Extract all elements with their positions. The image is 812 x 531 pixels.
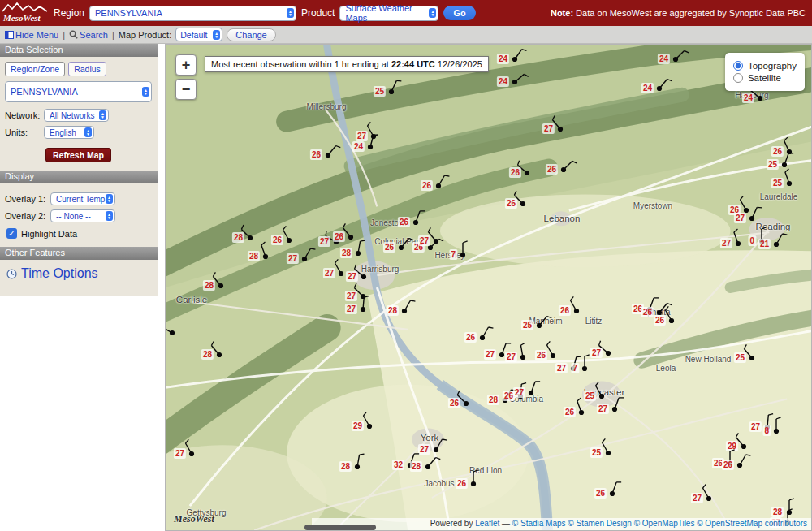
station-temp-label: 28 xyxy=(410,461,422,472)
stamen-link[interactable]: © Stamen Design xyxy=(568,519,632,528)
hide-menu-link[interactable]: Hide Menu xyxy=(5,30,58,40)
station-temp-label: 28 xyxy=(248,251,260,261)
osm-link[interactable]: © OpenStreetMap contributors xyxy=(697,519,807,528)
station-temp-label: 28 xyxy=(201,349,214,360)
chevron-updown-icon: ▲▼ xyxy=(84,127,92,137)
station-temp-label: 26 xyxy=(464,332,477,343)
top-header: MesoWest Region PENNSYLVANIA ▲▼ Product … xyxy=(0,0,812,26)
topography-label: Topography xyxy=(748,61,797,71)
change-button[interactable]: Change xyxy=(227,28,276,41)
station-temp-label: 26 xyxy=(559,305,571,316)
station-temp-label: 26 xyxy=(505,198,517,209)
station-temp-label: 25 xyxy=(771,178,784,188)
note-text: Data on MesoWest are aggregated by Synop… xyxy=(573,8,806,18)
network-select[interactable]: All Networks ▲▼ xyxy=(44,109,109,122)
layer-option-satellite[interactable]: Satellite xyxy=(733,73,797,83)
station-temp-label: 27 xyxy=(720,238,732,248)
left-sidebar: Data Selection Region/Zone Radius PENNSY… xyxy=(0,44,158,531)
chevron-updown-icon: ▲▼ xyxy=(213,30,220,40)
station-temp-label: 24 xyxy=(742,93,754,103)
search-link[interactable]: Search xyxy=(69,30,108,40)
station-temp-label: 26 xyxy=(310,149,322,160)
overlay2-label: Overlay 2: xyxy=(5,211,50,221)
station-temp-label: 28 xyxy=(487,395,499,405)
units-select[interactable]: English ▲▼ xyxy=(44,126,94,139)
station-temp-label: 24 xyxy=(641,83,654,93)
zoom-out-button[interactable]: − xyxy=(175,79,197,100)
station-temp-label: 21 xyxy=(758,239,771,249)
station-temp-label: 27 xyxy=(174,448,186,459)
menu-toolbar: Hide Menu | Search | Map Product: Defaul… xyxy=(0,26,812,44)
station-temp-label: 27 xyxy=(418,235,430,246)
mesowest-logo-icon: MesoWest xyxy=(2,2,49,24)
station-temp-label: 8 xyxy=(762,425,771,436)
header-note: Note: Data on MesoWest are aggregated by… xyxy=(551,8,806,18)
mesowest-logo[interactable]: MesoWest xyxy=(2,2,49,24)
zoom-in-button[interactable]: + xyxy=(175,54,197,76)
attr-dash: — xyxy=(499,519,512,528)
station-temp-label: 28 xyxy=(165,327,166,338)
mesowest-watermark: MesoWest xyxy=(174,513,214,525)
openmaptiles-link[interactable]: © OpenMapTiles xyxy=(634,519,695,528)
stadia-link[interactable]: © Stadia Maps xyxy=(512,519,566,528)
units-select-value: English xyxy=(50,128,76,137)
chevron-updown-icon: ▲▼ xyxy=(287,8,294,18)
overlay2-select[interactable]: -- None -- ▲▼ xyxy=(50,209,115,222)
overlay1-select[interactable]: Current Temp ▲▼ xyxy=(50,192,115,205)
tab-radius[interactable]: Radius xyxy=(68,62,106,76)
state-select-value: PENNSYLVANIA xyxy=(11,87,78,97)
station-temp-label: 26 xyxy=(594,488,607,499)
station-temp-label: 27 xyxy=(345,304,357,314)
station-temp-label: 26 xyxy=(398,217,410,227)
go-button[interactable]: Go xyxy=(443,6,475,20)
station-temp-label: 24 xyxy=(352,141,365,152)
horizontal-scrollbar-thumb[interactable] xyxy=(304,525,376,530)
mesowest-logo-text: MesoWest xyxy=(2,13,41,23)
info-prefix: Most recent observation within 1 hr endi… xyxy=(211,59,391,69)
region-select-value: PENNSYLVANIA xyxy=(95,8,162,18)
station-temp-label: 27 xyxy=(484,349,496,360)
layer-option-topography[interactable]: Topography xyxy=(733,61,797,71)
station-temp-label: 26 xyxy=(641,307,654,317)
layer-control: Topography Satellite xyxy=(725,53,805,91)
chevron-updown-icon: ▲▼ xyxy=(429,8,436,18)
note-bold: Note: xyxy=(551,8,573,18)
region-label: Region xyxy=(54,7,84,19)
station-temp-label: 26 xyxy=(509,167,521,178)
other-features-header: Other Features xyxy=(0,247,158,260)
info-date: 12/26/2025 xyxy=(435,59,482,69)
divider: | xyxy=(63,30,65,40)
station-temp-label: 28 xyxy=(203,280,215,291)
topography-radio[interactable] xyxy=(733,61,743,71)
station-temp-label: 26 xyxy=(564,407,576,417)
state-select[interactable]: PENNSYLVANIA ▲▼ xyxy=(5,81,152,102)
search-icon xyxy=(69,30,78,39)
search-label: Search xyxy=(80,30,108,40)
map-canvas[interactable]: MillersburgHamburgJonestownLebanonMyerst… xyxy=(165,44,812,531)
product-select[interactable]: Surface Weather Maps ▲▼ xyxy=(339,6,438,21)
station-temp-label: 26 xyxy=(421,180,433,191)
highlight-checkbox[interactable]: ✓ xyxy=(6,228,17,239)
map-product-label: Map Product: xyxy=(119,30,171,40)
station-temp-label: 27 xyxy=(505,352,517,362)
chevron-updown-icon: ▲▼ xyxy=(99,110,106,120)
map-product-select[interactable]: Default ▲▼ xyxy=(175,28,222,41)
station-temp-label: 27 xyxy=(323,268,335,278)
time-options-link[interactable]: Time Options xyxy=(21,266,98,281)
region-select[interactable]: PENNSYLVANIA ▲▼ xyxy=(89,6,296,21)
refresh-map-button[interactable]: Refresh Map xyxy=(45,148,111,162)
station-temp-label: 26 xyxy=(456,478,468,489)
units-label: Units: xyxy=(5,127,44,137)
clock-icon xyxy=(6,269,17,279)
highlight-label: Highlight Data xyxy=(21,229,77,239)
station-temp-label: 7 xyxy=(571,363,579,373)
leaflet-link[interactable]: Leaflet xyxy=(475,519,499,528)
satellite-label: Satellite xyxy=(748,73,781,83)
satellite-radio[interactable] xyxy=(733,73,743,83)
station-temp-label: 26 xyxy=(383,242,395,253)
station-temp-label: 25 xyxy=(590,447,603,458)
tab-region-zone[interactable]: Region/Zone xyxy=(5,62,65,76)
station-temp-label: 27 xyxy=(513,387,525,398)
hide-menu-label: Hide Menu xyxy=(15,30,58,40)
divider: | xyxy=(112,30,114,40)
